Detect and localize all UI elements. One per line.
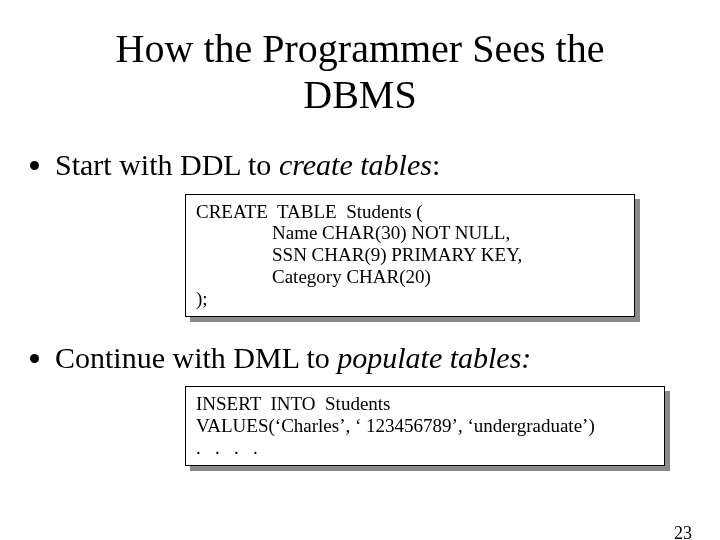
bullet-1-text-prefix: Start with DDL to xyxy=(55,148,279,181)
page-number: 23 xyxy=(674,523,692,540)
bullet-list: Start with DDL to create tables: CREATE … xyxy=(55,146,685,466)
bullet-1-text-italic: create tables xyxy=(279,148,432,181)
bullet-2-text-italic: populate tables: xyxy=(337,341,531,374)
slide-title: How the Programmer Sees the DBMS xyxy=(60,26,660,118)
code-block-2-wrap: INSERT INTO Students VALUES(‘Charles’, ‘… xyxy=(185,386,665,466)
bullet-item-1: Start with DDL to create tables: CREATE … xyxy=(55,146,685,317)
code-block-2: INSERT INTO Students VALUES(‘Charles’, ‘… xyxy=(185,386,665,466)
bullet-1-text-suffix: : xyxy=(432,148,440,181)
code-block-1: CREATE TABLE Students ( Name CHAR(30) NO… xyxy=(185,194,635,317)
code-block-1-wrap: CREATE TABLE Students ( Name CHAR(30) NO… xyxy=(185,194,635,317)
bullet-2-text-prefix: Continue with DML to xyxy=(55,341,337,374)
bullet-item-2: Continue with DML to populate tables: IN… xyxy=(55,339,685,466)
slide: How the Programmer Sees the DBMS Start w… xyxy=(0,26,720,540)
